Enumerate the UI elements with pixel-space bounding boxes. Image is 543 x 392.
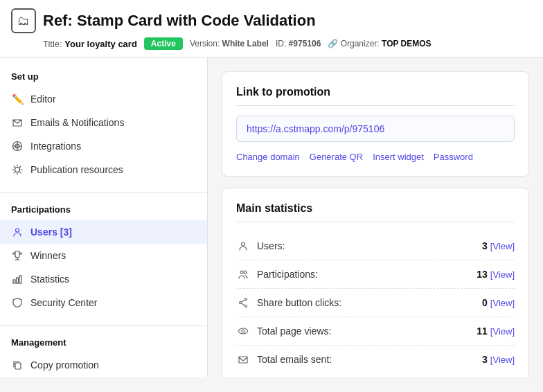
promotion-url: https://a.cstmapp.com/p/975106 (236, 116, 515, 142)
version-label: Version: White Label (190, 39, 269, 48)
setup-title: Set up (0, 71, 207, 87)
publication-icon (11, 163, 24, 176)
views-stat-view[interactable]: [View] (490, 326, 515, 337)
users-stat-label: Users: (257, 240, 482, 251)
users-icon (11, 226, 24, 238)
emails-sent-stat-icon (236, 353, 250, 366)
sidebar-item-integrations[interactable]: Integrations (0, 134, 207, 158)
sidebar-item-users-label: Users [3] (30, 226, 72, 238)
stats-card-title: Main statistics (236, 202, 515, 222)
emails-stat-value: 3 (482, 354, 488, 365)
svg-rect-4 (13, 280, 15, 283)
svg-point-12 (240, 302, 242, 304)
stats-card: Main statistics Users: 3 [View] Particip… (222, 188, 529, 377)
sidebar-item-emails[interactable]: Emails & Notifications (0, 111, 207, 134)
svg-point-2 (15, 168, 20, 172)
link-card-title: Link to promotion (236, 86, 515, 106)
loyalty-card-label: Title: Your loyalty card (43, 39, 137, 49)
sidebar-item-editor[interactable]: ✏️ Editor (0, 87, 207, 111)
sidebar-item-statistics-label: Statistics (30, 274, 69, 285)
id-label: ID: #975106 (276, 39, 321, 48)
top-bar: 🗂 Ref: Stamp Card with Code Validation T… (0, 0, 543, 57)
status-badge: Active (144, 37, 183, 50)
share-stat-value: 0 (482, 297, 488, 308)
emails-stat-view[interactable]: [View] (490, 355, 515, 365)
views-stat-value: 11 (477, 326, 488, 337)
svg-point-8 (242, 242, 245, 246)
winners-icon (11, 249, 24, 262)
password-button[interactable]: Password (434, 152, 473, 162)
sidebar-item-publication[interactable]: Publication resources (0, 158, 207, 181)
integrations-icon (11, 140, 24, 152)
sidebar-item-winners[interactable]: Winners (0, 244, 207, 267)
participations-section: Participations Users [3] Winners Statist… (0, 204, 207, 314)
statistics-icon (11, 273, 24, 285)
sidebar-item-winners-label: Winners (30, 250, 66, 261)
sidebar-item-statistics[interactable]: Statistics (0, 267, 207, 291)
link-card: Link to promotion https://a.cstmapp.com/… (222, 71, 529, 177)
sidebar-item-copy[interactable]: Copy promotion (0, 353, 207, 377)
sidebar-item-security-label: Security Center (30, 297, 97, 308)
organizer-label: 🔗 Organizer: TOP DEMOS (328, 39, 431, 48)
editor-icon: ✏️ (11, 93, 24, 105)
emails-icon (11, 116, 24, 129)
svg-rect-6 (19, 276, 21, 283)
emails-stat-label: Total emails sent: (257, 354, 482, 365)
stat-row-participations: Participations: 13 [View] (236, 260, 515, 289)
participations-title: Participations (0, 204, 207, 220)
change-domain-button[interactable]: Change domain (236, 152, 300, 162)
subtitle-row: Title: Your loyalty card Active Version:… (11, 37, 532, 50)
sidebar-item-publication-label: Publication resources (30, 164, 123, 175)
sidebar-item-emails-label: Emails & Notifications (30, 117, 124, 128)
svg-point-13 (245, 305, 247, 308)
sidebar: Set up ✏️ Editor Emails & Notifications … (0, 57, 208, 377)
sidebar-item-security[interactable]: Security Center (0, 291, 207, 314)
users-stat-value: 3 (482, 240, 488, 251)
svg-rect-7 (15, 363, 21, 369)
sidebar-divider-2 (0, 326, 207, 326)
participations-stat-view[interactable]: [View] (490, 269, 515, 280)
copy-icon (11, 359, 24, 371)
generate-qr-button[interactable]: Generate QR (310, 152, 363, 162)
link-actions: Change domain Generate QR Insert widget … (236, 152, 515, 162)
sidebar-divider-1 (0, 193, 207, 193)
sidebar-item-editor-label: Editor (30, 93, 56, 105)
sidebar-item-integrations-label: Integrations (30, 141, 81, 152)
security-icon (11, 296, 24, 309)
setup-section: Set up ✏️ Editor Emails & Notifications … (0, 71, 207, 181)
svg-point-11 (245, 299, 247, 301)
stamp-icon: 🗂 (11, 8, 36, 33)
svg-point-9 (240, 271, 243, 274)
share-stat-label: Share button clicks: (257, 297, 482, 308)
stat-row-users: Users: 3 [View] (236, 232, 515, 260)
participations-stat-value: 13 (477, 269, 488, 280)
sidebar-item-users[interactable]: Users [3] (0, 220, 207, 244)
insert-widget-button[interactable]: Insert widget (373, 152, 424, 162)
management-section: Management Copy promotion (0, 337, 207, 377)
management-title: Management (0, 337, 207, 353)
svg-point-15 (242, 330, 244, 332)
page-title: Ref: Stamp Card with Code Validation (43, 12, 316, 30)
stat-row-emails: Total emails sent: 3 [View] (236, 346, 515, 373)
users-stat-view[interactable]: [View] (490, 241, 515, 251)
participations-stat-icon (236, 267, 250, 281)
share-stat-view[interactable]: [View] (490, 298, 515, 308)
sidebar-item-copy-label: Copy promotion (30, 359, 99, 371)
main-content: Link to promotion https://a.cstmapp.com/… (208, 57, 543, 377)
svg-point-14 (239, 328, 248, 334)
views-stat-icon (236, 324, 250, 338)
users-stat-icon (236, 239, 250, 253)
stat-row-views: Total page views: 11 [View] (236, 317, 515, 346)
svg-point-10 (244, 271, 247, 274)
stat-row-share: Share button clicks: 0 [View] (236, 289, 515, 317)
participations-stat-label: Participations: (257, 269, 477, 280)
svg-point-3 (16, 229, 19, 232)
svg-rect-5 (17, 278, 19, 283)
main-layout: Set up ✏️ Editor Emails & Notifications … (0, 57, 543, 377)
share-stat-icon (236, 296, 250, 310)
views-stat-label: Total page views: (257, 326, 477, 337)
